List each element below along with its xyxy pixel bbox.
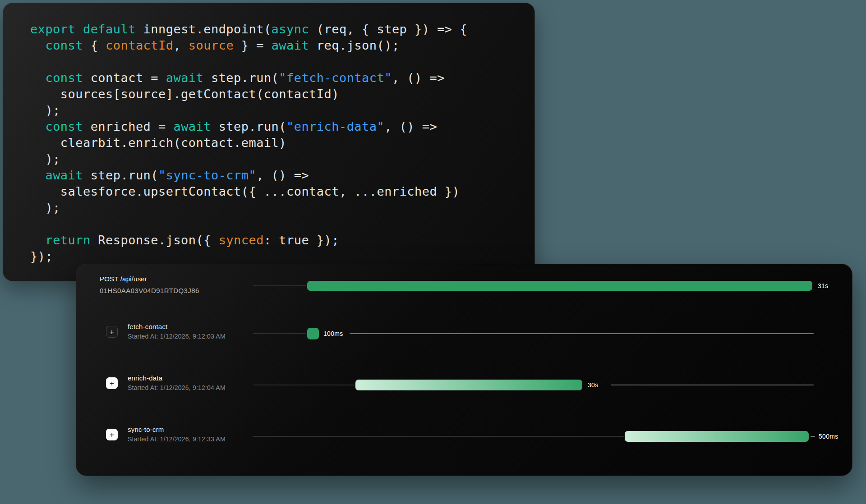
code-token: salesforce.upsertContact({ ...contact, .… [30, 184, 460, 198]
code-line: ); [30, 102, 521, 119]
code-line: }); [30, 248, 521, 265]
code-lines: export default inngest.endpoint(async (r… [30, 21, 521, 265]
code-token: await [272, 38, 309, 52]
code-token [30, 119, 45, 133]
timeline-track-before [253, 436, 624, 437]
code-token: ); [30, 152, 60, 166]
code-token: (req, { step }) => { [309, 22, 467, 36]
code-line: export default inngest.endpoint(async (r… [30, 21, 521, 37]
code-token [30, 38, 45, 52]
code-token: default [83, 22, 136, 36]
code-token: const [45, 71, 83, 85]
code-line: ); [30, 200, 521, 216]
code-token [75, 22, 83, 36]
step-timeline: 100ms [253, 321, 817, 346]
expand-step-button[interactable]: + [106, 429, 118, 440]
code-token [30, 71, 45, 85]
code-token: inngest.endpoint( [136, 22, 272, 36]
timeline-track-before [253, 285, 306, 286]
code-token: , () => [256, 168, 309, 182]
code-token: , () => [392, 71, 445, 85]
code-token: }); [30, 249, 53, 263]
duration-label: 31s [818, 282, 828, 289]
code-line: return Response.json({ synced: true }); [30, 232, 521, 248]
step-row-sync-to-crm: +sync-to-crmStarted At: 1/12/2026, 9:12:… [76, 424, 852, 449]
trace-timeline-panel: POST /api/user 01HS0AA03V04D91RTDQ3J86 3… [76, 264, 852, 476]
code-line: await step.run("sync-to-crm", () => [30, 167, 521, 183]
code-line: sources[source].getContact(contactId) [30, 86, 521, 102]
code-token: enriched = [83, 119, 173, 133]
duration-label: 100ms [323, 330, 343, 337]
step-started-at: Started At: 1/12/2026, 9:12:33 AM [128, 435, 226, 443]
step-name: fetch-contact [128, 323, 167, 330]
code-token: const [45, 38, 83, 52]
request-row: POST /api/user 01HS0AA03V04D91RTDQ3J86 3… [76, 272, 852, 299]
timeline-track-after [350, 333, 814, 334]
duration-bar[interactable] [355, 380, 582, 390]
expand-step-button[interactable]: + [106, 377, 118, 389]
code-token: "sync-to-crm" [158, 168, 256, 182]
code-editor-panel: export default inngest.endpoint(async (r… [3, 3, 535, 281]
code-token: req.json(); [309, 38, 399, 52]
page-background: { "colors": { "page_bg": "#4a6770", "key… [0, 0, 866, 504]
request-run-id: 01HS0AA03V04D91RTDQ3J86 [100, 287, 199, 294]
code-token: synced [219, 233, 264, 247]
code-token: async [272, 22, 309, 36]
code-token: Response.json({ [91, 233, 219, 247]
code-token: contactId [106, 38, 173, 52]
duration-label: 500ms [819, 433, 838, 440]
code-token: , () => [384, 119, 437, 133]
code-token: sources[source].getContact(contactId) [30, 87, 339, 101]
step-row-fetch-contact: +fetch-contactStarted At: 1/12/2026, 9:1… [76, 321, 852, 346]
duration-label: 30s [588, 381, 598, 389]
code-line: salesforce.upsertContact({ ...contact, .… [30, 183, 521, 200]
code-token: , [173, 38, 188, 52]
code-token: "fetch-contact" [279, 71, 392, 85]
timeline-track-before [253, 385, 355, 385]
code-line: clearbit.enrich(contact.email) [30, 135, 521, 151]
duration-bar[interactable] [307, 281, 812, 291]
code-token [30, 233, 45, 247]
step-name: sync-to-crm [128, 426, 164, 433]
duration-bar[interactable] [307, 328, 319, 339]
code-token: { [83, 38, 106, 52]
code-line: const contact = await step.run("fetch-co… [30, 70, 521, 86]
timeline-track-after [811, 436, 815, 437]
code-line: const { contactId, source } = await req.… [30, 37, 521, 54]
code-token [30, 168, 45, 182]
code-line [30, 216, 521, 232]
code-token: step.run( [203, 71, 279, 85]
step-timeline: 30s [253, 372, 817, 398]
code-token: export [30, 22, 75, 36]
code-token: await [173, 119, 211, 133]
duration-bar[interactable] [625, 431, 809, 442]
code-token: ); [30, 103, 60, 117]
step-timeline: 500ms [253, 424, 817, 449]
timeline-track-before [253, 333, 306, 334]
step-started-at: Started At: 1/12/2026, 9:12:03 AM [128, 333, 226, 340]
code-token: await [45, 168, 83, 182]
expand-step-button[interactable]: + [106, 326, 118, 338]
code-token: return [45, 233, 90, 247]
code-token: contact = [83, 71, 166, 85]
timeline-track-after [611, 385, 814, 385]
code-line: ); [30, 151, 521, 167]
code-token: : true }); [264, 233, 339, 247]
code-token: ); [30, 201, 60, 215]
code-token: clearbit.enrich(contact.email) [30, 136, 286, 150]
code-token: } = [234, 38, 272, 52]
step-name: enrich-data [128, 374, 162, 382]
request-timeline: 31s [253, 272, 817, 299]
code-token: step.run( [211, 119, 286, 133]
code-token: await [166, 71, 204, 85]
code-token: step.run( [83, 168, 158, 182]
step-row-enrich-data: +enrich-dataStarted At: 1/12/2026, 9:12:… [76, 372, 852, 398]
code-line: const enriched = await step.run("enrich-… [30, 119, 521, 135]
request-method-path: POST /api/user [100, 275, 147, 283]
code-token: source [189, 38, 234, 52]
code-token: const [45, 119, 83, 133]
code-token: "enrich-data" [286, 119, 384, 133]
step-started-at: Started At: 1/12/2026, 9:12:04 AM [128, 384, 226, 391]
code-line [30, 54, 521, 70]
